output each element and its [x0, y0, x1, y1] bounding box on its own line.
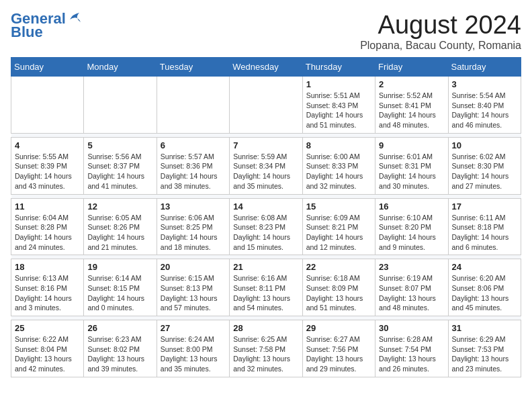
day-info: Sunrise: 6:19 AM Sunset: 8:07 PM Dayligh… — [379, 273, 444, 313]
calendar-cell: 21Sunrise: 6:16 AM Sunset: 8:11 PM Dayli… — [230, 259, 302, 316]
day-number: 21 — [233, 262, 298, 272]
calendar-header-row: SundayMondayTuesdayWednesdayThursdayFrid… — [11, 58, 521, 77]
day-info: Sunrise: 6:10 AM Sunset: 8:20 PM Dayligh… — [379, 213, 444, 253]
calendar-week-row: 18Sunrise: 6:13 AM Sunset: 8:16 PM Dayli… — [11, 259, 521, 316]
calendar-cell: 6Sunrise: 5:57 AM Sunset: 8:36 PM Daylig… — [157, 137, 229, 194]
title-block: August 2024 Plopana, Bacau County, Roman… — [360, 11, 521, 52]
logo-blue: Blue — [11, 24, 43, 40]
calendar-cell: 23Sunrise: 6:19 AM Sunset: 8:07 PM Dayli… — [375, 259, 448, 316]
day-number: 26 — [87, 323, 152, 333]
weekday-header-monday: Monday — [84, 58, 157, 77]
day-number: 1 — [306, 79, 371, 89]
day-info: Sunrise: 5:54 AM Sunset: 8:40 PM Dayligh… — [452, 91, 517, 130]
day-info: Sunrise: 5:52 AM Sunset: 8:41 PM Dayligh… — [379, 91, 444, 130]
day-number: 18 — [15, 262, 80, 272]
day-info: Sunrise: 6:25 AM Sunset: 7:58 PM Dayligh… — [233, 334, 298, 374]
calendar-cell: 9Sunrise: 6:01 AM Sunset: 8:31 PM Daylig… — [375, 137, 448, 194]
calendar-cell: 1Sunrise: 5:51 AM Sunset: 8:43 PM Daylig… — [302, 77, 375, 134]
weekday-header-friday: Friday — [375, 58, 448, 77]
calendar-cell — [84, 77, 157, 134]
day-info: Sunrise: 6:00 AM Sunset: 8:33 PM Dayligh… — [306, 152, 371, 191]
calendar-week-row: 25Sunrise: 6:22 AM Sunset: 8:04 PM Dayli… — [11, 320, 521, 377]
day-info: Sunrise: 6:24 AM Sunset: 8:00 PM Dayligh… — [161, 334, 226, 374]
calendar-cell: 19Sunrise: 6:14 AM Sunset: 8:15 PM Dayli… — [84, 259, 157, 316]
day-info: Sunrise: 5:57 AM Sunset: 8:36 PM Dayligh… — [161, 152, 226, 191]
day-info: Sunrise: 5:51 AM Sunset: 8:43 PM Dayligh… — [306, 91, 371, 130]
day-number: 25 — [15, 323, 80, 333]
calendar-cell: 17Sunrise: 6:11 AM Sunset: 8:18 PM Dayli… — [448, 198, 521, 255]
weekday-header-saturday: Saturday — [448, 58, 521, 77]
calendar-cell: 4Sunrise: 5:55 AM Sunset: 8:39 PM Daylig… — [11, 137, 84, 194]
calendar-cell: 14Sunrise: 6:08 AM Sunset: 8:23 PM Dayli… — [230, 198, 302, 255]
day-number: 4 — [15, 140, 80, 150]
day-info: Sunrise: 5:55 AM Sunset: 8:39 PM Dayligh… — [15, 152, 80, 191]
calendar-cell: 26Sunrise: 6:23 AM Sunset: 8:02 PM Dayli… — [84, 320, 157, 377]
day-info: Sunrise: 6:13 AM Sunset: 8:16 PM Dayligh… — [15, 273, 80, 313]
calendar-cell: 31Sunrise: 6:29 AM Sunset: 7:53 PM Dayli… — [448, 320, 521, 377]
day-number: 31 — [452, 323, 517, 333]
day-info: Sunrise: 6:14 AM Sunset: 8:15 PM Dayligh… — [87, 273, 152, 313]
day-info: Sunrise: 6:09 AM Sunset: 8:21 PM Dayligh… — [306, 213, 371, 253]
logo: General Blue — [11, 11, 82, 40]
calendar-cell: 18Sunrise: 6:13 AM Sunset: 8:16 PM Dayli… — [11, 259, 84, 316]
calendar-cell: 11Sunrise: 6:04 AM Sunset: 8:28 PM Dayli… — [11, 198, 84, 255]
day-info: Sunrise: 6:01 AM Sunset: 8:31 PM Dayligh… — [379, 152, 444, 191]
calendar-week-row: 1Sunrise: 5:51 AM Sunset: 8:43 PM Daylig… — [11, 77, 521, 134]
calendar-cell — [230, 77, 302, 134]
day-number: 3 — [452, 79, 517, 89]
day-number: 7 — [233, 140, 298, 150]
day-info: Sunrise: 5:59 AM Sunset: 8:34 PM Dayligh… — [233, 152, 298, 191]
day-number: 20 — [161, 262, 226, 272]
calendar-cell: 22Sunrise: 6:18 AM Sunset: 8:09 PM Dayli… — [302, 259, 375, 316]
day-number: 12 — [87, 201, 152, 212]
day-number: 27 — [161, 323, 226, 333]
day-number: 28 — [233, 323, 298, 333]
day-number: 23 — [379, 262, 444, 272]
day-number: 15 — [306, 201, 371, 212]
day-info: Sunrise: 6:29 AM Sunset: 7:53 PM Dayligh… — [452, 334, 517, 374]
day-info: Sunrise: 6:28 AM Sunset: 7:54 PM Dayligh… — [379, 334, 444, 374]
calendar-cell: 24Sunrise: 6:20 AM Sunset: 8:06 PM Dayli… — [448, 259, 521, 316]
calendar-cell: 5Sunrise: 5:56 AM Sunset: 8:37 PM Daylig… — [84, 137, 157, 194]
day-info: Sunrise: 5:56 AM Sunset: 8:37 PM Dayligh… — [87, 152, 152, 191]
day-number: 8 — [306, 140, 371, 150]
calendar-week-row: 4Sunrise: 5:55 AM Sunset: 8:39 PM Daylig… — [11, 137, 521, 194]
calendar-cell: 13Sunrise: 6:06 AM Sunset: 8:25 PM Dayli… — [157, 198, 229, 255]
day-info: Sunrise: 6:22 AM Sunset: 8:04 PM Dayligh… — [15, 334, 80, 374]
calendar-cell: 3Sunrise: 5:54 AM Sunset: 8:40 PM Daylig… — [448, 77, 521, 134]
day-info: Sunrise: 6:04 AM Sunset: 8:28 PM Dayligh… — [15, 213, 80, 253]
calendar-cell: 10Sunrise: 6:02 AM Sunset: 8:30 PM Dayli… — [448, 137, 521, 194]
day-number: 10 — [452, 140, 517, 150]
day-info: Sunrise: 6:23 AM Sunset: 8:02 PM Dayligh… — [87, 334, 152, 374]
logo-bird-icon — [67, 10, 82, 25]
day-info: Sunrise: 6:16 AM Sunset: 8:11 PM Dayligh… — [233, 273, 298, 313]
calendar-cell: 7Sunrise: 5:59 AM Sunset: 8:34 PM Daylig… — [230, 137, 302, 194]
day-number: 24 — [452, 262, 517, 272]
calendar-cell: 15Sunrise: 6:09 AM Sunset: 8:21 PM Dayli… — [302, 198, 375, 255]
calendar-cell: 12Sunrise: 6:05 AM Sunset: 8:26 PM Dayli… — [84, 198, 157, 255]
weekday-header-wednesday: Wednesday — [230, 58, 302, 77]
day-info: Sunrise: 6:05 AM Sunset: 8:26 PM Dayligh… — [87, 213, 152, 253]
day-number: 2 — [379, 79, 444, 89]
calendar-cell: 29Sunrise: 6:27 AM Sunset: 7:56 PM Dayli… — [302, 320, 375, 377]
page-header: General Blue August 2024 Plopana, Bacau … — [11, 11, 521, 52]
day-number: 30 — [379, 323, 444, 333]
calendar-cell: 2Sunrise: 5:52 AM Sunset: 8:41 PM Daylig… — [375, 77, 448, 134]
day-number: 6 — [161, 140, 226, 150]
weekday-header-thursday: Thursday — [302, 58, 375, 77]
calendar-cell — [11, 77, 84, 134]
location-subtitle: Plopana, Bacau County, Romania — [360, 40, 521, 52]
day-info: Sunrise: 6:27 AM Sunset: 7:56 PM Dayligh… — [306, 334, 371, 374]
day-number: 16 — [379, 201, 444, 212]
calendar-week-row: 11Sunrise: 6:04 AM Sunset: 8:28 PM Dayli… — [11, 198, 521, 255]
day-number: 5 — [87, 140, 152, 150]
weekday-header-tuesday: Tuesday — [157, 58, 229, 77]
day-info: Sunrise: 6:20 AM Sunset: 8:06 PM Dayligh… — [452, 273, 517, 313]
day-info: Sunrise: 6:02 AM Sunset: 8:30 PM Dayligh… — [452, 152, 517, 191]
day-info: Sunrise: 6:08 AM Sunset: 8:23 PM Dayligh… — [233, 213, 298, 253]
day-number: 14 — [233, 201, 298, 212]
day-info: Sunrise: 6:18 AM Sunset: 8:09 PM Dayligh… — [306, 273, 371, 313]
calendar-cell: 28Sunrise: 6:25 AM Sunset: 7:58 PM Dayli… — [230, 320, 302, 377]
day-number: 17 — [452, 201, 517, 212]
calendar-cell — [157, 77, 229, 134]
